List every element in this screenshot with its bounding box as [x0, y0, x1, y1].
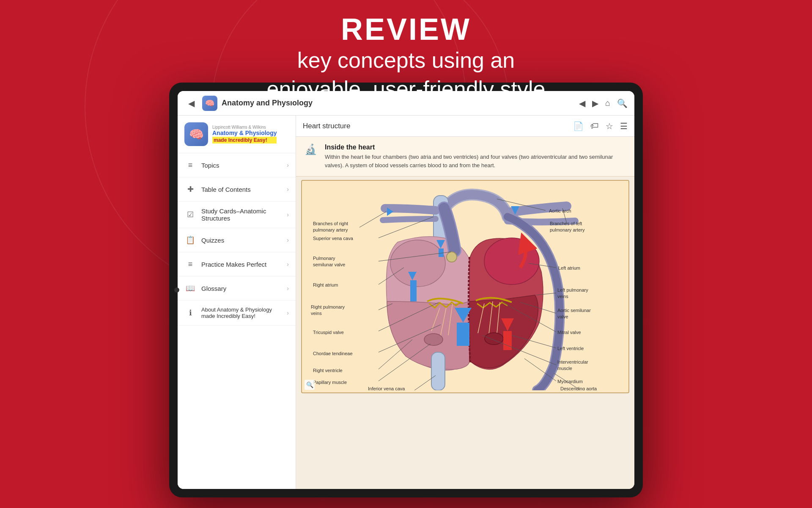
inside-heart-text: Within the heart lie four chambers (two …: [325, 153, 626, 169]
heart-diagram: Branches of right pulmonary artery Super…: [301, 180, 629, 393]
sidebar: 🧠 Lippincott Williams & Wilkins Anatomy …: [178, 116, 296, 489]
sidebar-item-about[interactable]: ℹ About Anatomy & Physiology made Incred…: [178, 301, 296, 326]
glossary-chevron: ›: [287, 285, 289, 292]
zoom-icon[interactable]: 🔍: [304, 380, 315, 390]
label-aortic-semi2: valve: [557, 314, 568, 319]
star-icon[interactable]: ☆: [606, 121, 613, 131]
topics-icon: ≡: [184, 159, 196, 171]
practice-chevron: ›: [287, 261, 289, 268]
label-aortic-semi: Aortic semilunar: [557, 308, 591, 313]
label-lpv: Left pulmonary: [557, 287, 588, 293]
label-pulm-semi2: semilunar valve: [313, 262, 345, 267]
inside-heart-section: 🔬 Inside the heart Within the heart lie …: [296, 137, 634, 177]
study-cards-icon: ☑: [184, 209, 196, 221]
doc-icon[interactable]: 📄: [573, 121, 584, 131]
label-blpa2: pulmonary artery: [550, 227, 585, 232]
sidebar-item-glossary[interactable]: 📖 Glossary ›: [178, 276, 296, 301]
svg-rect-17: [503, 331, 512, 350]
practice-label: Practice Makes Perfect: [201, 261, 282, 268]
topics-chevron: ›: [287, 162, 289, 168]
label-chordae: Chordae tendineae: [313, 351, 353, 356]
label-lpv2: veins: [557, 294, 568, 299]
sidebar-menu: ≡ Topics › ✚ Table of Contents › ☑: [178, 153, 296, 489]
label-branches-right2: pulmonary artery: [313, 227, 348, 232]
content-title: Heart structure: [303, 122, 350, 130]
svg-point-5: [424, 334, 443, 345]
tablet-device: ◀ 🧠 Anatomy and Physiology ◀ ▶ ⌂ 🔍 🧠: [169, 83, 643, 497]
app-name: Anatomy & Physiology: [212, 130, 277, 137]
quizzes-icon: 📋: [184, 234, 196, 246]
label-interventricular2: muscle: [557, 366, 572, 371]
about-chevron: ›: [287, 309, 289, 316]
main-scroll-area[interactable]: 🔬 Inside the heart Within the heart lie …: [296, 137, 634, 489]
main-content: Heart structure 📄 🏷 ☆ ☰ 🔬: [296, 116, 634, 489]
label-branches-right: Branches of right: [313, 221, 348, 226]
heart-svg-container: Branches of right pulmonary artery Super…: [302, 181, 628, 392]
label-left-ventricle: Left ventricle: [557, 346, 584, 351]
label-blpa: Branches of left: [550, 221, 582, 226]
label-svc: Superior vena cava: [313, 236, 354, 241]
svg-rect-9: [410, 280, 417, 301]
about-label: About Anatomy & Physiology made Incredib…: [201, 306, 282, 319]
tablet-screen: ◀ 🧠 Anatomy and Physiology ◀ ▶ ⌂ 🔍 🧠: [178, 91, 634, 489]
label-desc-aorta: Descending aorta: [560, 386, 597, 390]
practice-icon: ≡: [184, 258, 196, 270]
about-icon: ℹ: [184, 307, 196, 319]
study-cards-chevron: ›: [287, 211, 289, 218]
heart-svg: Branches of right pulmonary artery Super…: [304, 183, 626, 390]
sidebar-header: 🧠 Lippincott Williams & Wilkins Anatomy …: [178, 116, 296, 153]
glossary-icon: 📖: [184, 282, 196, 294]
quizzes-chevron: ›: [287, 237, 289, 243]
svg-rect-15: [457, 323, 469, 346]
label-right-ventricle: Right ventricle: [313, 368, 343, 373]
app-info: Lippincott Williams & Wilkins Anatomy & …: [212, 125, 277, 144]
glossary-label: Glossary: [201, 285, 282, 292]
content-area: 🧠 Lippincott Williams & Wilkins Anatomy …: [178, 116, 634, 489]
hero-section: REVIEW key concepts using an enjoyable, …: [0, 13, 812, 103]
sidebar-item-quizzes[interactable]: 📋 Quizzes ›: [178, 228, 296, 252]
label-right-atrium: Right atrium: [313, 282, 338, 287]
svg-point-4: [447, 252, 457, 262]
topics-label: Topics: [201, 162, 282, 169]
inside-heart-header: 🔬 Inside the heart Within the heart lie …: [304, 144, 626, 169]
label-interventricular: Interventricular: [557, 359, 588, 364]
review-heading: REVIEW: [0, 13, 812, 46]
svg-point-3: [484, 238, 539, 284]
tag-icon[interactable]: 🏷: [590, 121, 599, 131]
inside-heart-content: Inside the heart Within the heart lie fo…: [325, 144, 626, 169]
label-ivc: Inferior vena cava: [368, 386, 405, 390]
content-header: Heart structure 📄 🏷 ☆ ☰: [296, 116, 634, 137]
study-cards-label: Study Cards–Anatomic Structures: [201, 207, 282, 222]
sidebar-item-topics[interactable]: ≡ Topics ›: [178, 153, 296, 177]
quizzes-label: Quizzes: [201, 237, 282, 244]
toc-icon: ✚: [184, 183, 196, 195]
sidebar-item-toc[interactable]: ✚ Table of Contents ›: [178, 177, 296, 202]
label-papillary: Papillary muscle: [313, 380, 347, 385]
publisher-label: Lippincott Williams & Wilkins: [212, 125, 277, 130]
label-myocardium: Myocardium: [557, 379, 583, 384]
tablet-frame: ◀ 🧠 Anatomy and Physiology ◀ ▶ ⌂ 🔍 🧠: [169, 83, 643, 497]
svg-rect-7: [431, 352, 445, 390]
label-left-atrium: Left atrium: [558, 265, 580, 271]
content-actions: 📄 🏷 ☆ ☰: [573, 121, 628, 131]
label-aortic-arch: Aortic arch: [549, 208, 571, 213]
label-tricuspid: Tricuspid valve: [313, 330, 344, 335]
inside-heart-title: Inside the heart: [325, 144, 626, 151]
label-mitral: Mitral valve: [557, 330, 581, 335]
tablet-camera: [174, 287, 179, 293]
list-icon[interactable]: ☰: [620, 121, 628, 131]
svg-point-2: [390, 240, 445, 287]
label-pulm-semi: Pulmonary: [313, 256, 335, 261]
app-logo: 🧠: [184, 122, 208, 146]
label-rpv2: veins: [311, 311, 322, 316]
hero-subtitle: key concepts using an enjoyable, user-fr…: [0, 46, 812, 103]
microscope-icon: 🔬: [304, 144, 320, 159]
label-rpv: Right pulmonary: [311, 304, 345, 309]
sidebar-item-practice[interactable]: ≡ Practice Makes Perfect ›: [178, 252, 296, 276]
sidebar-item-study-cards[interactable]: ☑ Study Cards–Anatomic Structures ›: [178, 202, 296, 228]
app-sub: made Incredibly Easy!: [212, 137, 277, 144]
toc-chevron: ›: [287, 186, 289, 193]
toc-label: Table of Contents: [201, 186, 282, 193]
